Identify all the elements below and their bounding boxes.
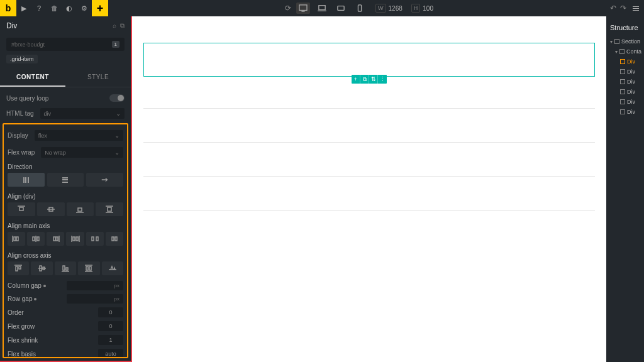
tree-item[interactable]: Div xyxy=(609,77,641,87)
device-laptop-button[interactable] xyxy=(315,3,329,14)
device-mobile-button[interactable] xyxy=(353,3,367,14)
direction-label: Direction xyxy=(8,161,123,172)
menu-icon[interactable] xyxy=(630,4,641,13)
canvas-area[interactable]: + ⧉ ⇅ ⋮ xyxy=(132,16,606,362)
panel-title: Div xyxy=(6,21,17,30)
svg-rect-11 xyxy=(78,208,82,211)
zoom-label: H xyxy=(411,4,421,13)
search-icon[interactable]: ⌕ xyxy=(113,22,116,30)
tree-item-label: Container xyxy=(626,48,641,55)
svg-rect-27 xyxy=(76,237,78,241)
selected-element-outline[interactable]: + ⧉ ⇅ ⋮ xyxy=(143,43,595,77)
revisions-icon[interactable]: ◐ xyxy=(62,0,77,16)
edit-button[interactable]: ⇅ xyxy=(369,75,378,84)
class-chip[interactable]: .grid-item xyxy=(6,55,38,63)
direction-reverse-button[interactable] xyxy=(86,173,123,187)
justify-around-button[interactable] xyxy=(86,232,104,246)
column-gap-input[interactable]: px xyxy=(67,281,123,290)
grid-row-divider xyxy=(143,176,595,177)
properties-panel: Div ⌕ ⧉ #brxe-boudgt 1 .grid-item CONTEN… xyxy=(0,16,132,362)
tree-item[interactable]: Div xyxy=(609,67,641,77)
element-icon xyxy=(620,89,625,94)
add-inside-button[interactable]: + xyxy=(352,75,360,84)
tab-style[interactable]: STYLE xyxy=(65,69,131,87)
order-input[interactable]: 0 xyxy=(98,307,123,317)
help-icon[interactable]: ? xyxy=(31,0,47,16)
flex-basis-input[interactable]: auto xyxy=(98,349,123,358)
svg-rect-28 xyxy=(92,237,94,241)
align-end-button[interactable] xyxy=(55,261,76,275)
svg-rect-4 xyxy=(338,6,344,11)
svg-rect-20 xyxy=(37,237,39,241)
html-tag-select[interactable]: div xyxy=(40,108,125,119)
justify-center-button[interactable] xyxy=(27,232,45,246)
add-element-button[interactable]: + xyxy=(92,0,108,16)
tree-item[interactable]: Div xyxy=(609,87,641,97)
align-div-start-button[interactable] xyxy=(8,202,35,216)
class-selector[interactable]: .grid-item xyxy=(6,55,125,63)
justify-between-button[interactable] xyxy=(66,232,84,246)
indicator-dot-icon xyxy=(34,298,36,300)
svg-rect-17 xyxy=(16,237,18,241)
flex-wrap-select[interactable]: No wrap xyxy=(41,147,123,158)
svg-rect-0 xyxy=(299,5,307,11)
flex-shrink-input[interactable]: 1 xyxy=(98,335,123,345)
svg-rect-5 xyxy=(358,5,361,11)
svg-rect-7 xyxy=(19,207,23,211)
align-div-stretch-button[interactable] xyxy=(96,202,123,216)
clone-icon[interactable]: ⧉ xyxy=(120,22,125,30)
svg-rect-29 xyxy=(96,237,98,241)
selection-toolbar: + ⧉ ⇅ ⋮ xyxy=(352,75,387,84)
svg-rect-33 xyxy=(16,266,18,271)
svg-rect-34 xyxy=(19,266,21,269)
redo-icon[interactable]: ↷ xyxy=(620,4,626,13)
justify-evenly-button[interactable] xyxy=(106,232,123,246)
undo-icon[interactable]: ↶ xyxy=(610,4,616,13)
tab-content[interactable]: CONTENT xyxy=(0,69,65,87)
flex-wrap-label: Flex wrap xyxy=(8,149,35,156)
indicator-dot-icon xyxy=(43,285,46,287)
flex-basis-label: Flex basis xyxy=(8,351,36,358)
direction-column-button[interactable] xyxy=(47,173,84,187)
svg-rect-43 xyxy=(86,266,88,270)
zoom-value[interactable]: 100 xyxy=(423,5,433,12)
flex-grow-label: Flex grow xyxy=(8,323,35,330)
display-select[interactable]: flex xyxy=(35,130,123,141)
direction-row-button[interactable] xyxy=(8,173,45,187)
tree-item[interactable]: Div xyxy=(609,97,641,107)
tree-item-label: Div xyxy=(627,79,635,85)
align-baseline-button[interactable] xyxy=(102,261,123,275)
svg-rect-44 xyxy=(89,266,91,270)
row-gap-input[interactable]: px xyxy=(67,294,123,304)
align-start-button[interactable] xyxy=(8,261,29,275)
duplicate-button[interactable]: ⧉ xyxy=(360,75,369,84)
justify-end-button[interactable] xyxy=(47,232,64,246)
align-div-center-button[interactable] xyxy=(37,202,65,216)
flex-grow-input[interactable]: 0 xyxy=(98,321,123,331)
reload-icon[interactable]: ⟳ xyxy=(285,4,291,13)
settings-icon[interactable]: ⚙ xyxy=(77,0,92,16)
query-loop-toggle[interactable] xyxy=(109,94,125,102)
device-desktop-button[interactable] xyxy=(296,3,310,14)
align-center-button[interactable] xyxy=(31,261,52,275)
device-tablet-landscape-button[interactable] xyxy=(334,3,348,14)
tree-item[interactable]: Div xyxy=(609,107,641,117)
grid-row-divider xyxy=(143,108,595,109)
justify-start-button[interactable] xyxy=(8,232,25,246)
tree-item[interactable]: ▾Container xyxy=(609,47,641,57)
width-value[interactable]: 1268 xyxy=(389,5,402,12)
play-icon[interactable]: ▶ xyxy=(16,0,31,16)
more-options-button[interactable]: ⋮ xyxy=(378,75,387,84)
html-tag-label: HTML tag xyxy=(6,110,34,117)
tree-item-label: Div xyxy=(627,99,635,105)
logo[interactable]: b xyxy=(0,0,16,16)
tree-item[interactable]: Div xyxy=(609,57,641,67)
tree-item[interactable]: ▾Section xyxy=(609,36,641,47)
display-label: Display xyxy=(8,132,28,139)
trash-icon[interactable]: 🗑 xyxy=(47,0,62,16)
grid-row-divider xyxy=(143,210,595,211)
id-selector-input[interactable]: #brxe-boudgt 1 xyxy=(6,38,125,51)
layout-controls-group: Display flex Flex wrap No wrap Direction… xyxy=(3,123,128,358)
align-stretch-button[interactable] xyxy=(78,261,99,275)
align-div-end-button[interactable] xyxy=(67,202,94,216)
